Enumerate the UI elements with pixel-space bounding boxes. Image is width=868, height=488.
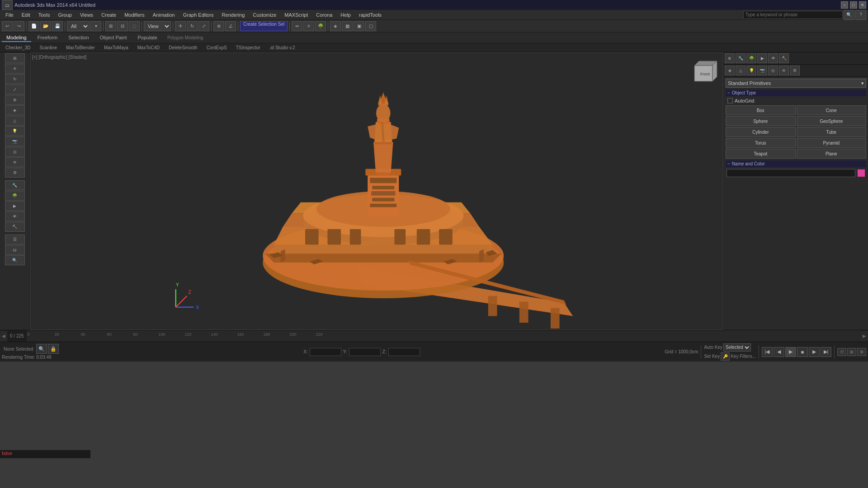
scene-explorer-btn[interactable]: 🗂 [5, 245, 25, 255]
menu-help[interactable]: Help [337, 11, 354, 19]
modify-panel-icon[interactable]: 🔧 [736, 53, 745, 63]
modifier-btn[interactable]: 🔧 [5, 180, 25, 190]
menu-views[interactable]: Views [76, 11, 97, 19]
plugin-maxblender[interactable]: MaxToBlender [62, 45, 99, 51]
plugin-idstudio[interactable]: .id Studio v.2 [266, 45, 299, 51]
snap-icon[interactable]: ⊕ [213, 21, 224, 31]
plugin-contexps[interactable]: ContExpS [203, 45, 231, 51]
name-color-header[interactable]: − Name and Color [726, 160, 866, 167]
x-coord-input[interactable] [310, 348, 341, 356]
menu-file[interactable]: File [2, 11, 17, 19]
viewport-config-btn[interactable]: ⊞ [847, 348, 856, 356]
create-selection-button[interactable]: Create Selection Sel [240, 21, 288, 31]
layer-btn[interactable]: ☰ [5, 235, 25, 244]
menu-edit[interactable]: Edit [18, 11, 34, 19]
prim-cylinder[interactable]: Cylinder [726, 127, 796, 137]
menu-tools[interactable]: Tools [35, 11, 54, 19]
prim-cone[interactable]: Cone [797, 105, 867, 115]
systems-sub-icon[interactable]: ⚙ [790, 66, 800, 75]
select-filter-btn[interactable]: 🔍 [36, 344, 47, 354]
prev-key-btn[interactable]: ◀ [774, 347, 784, 357]
next-frame-btn[interactable]: ▶| [821, 347, 831, 357]
play-btn[interactable]: ▶ [785, 347, 796, 357]
plugin-checker3d[interactable]: Checker_3D [2, 45, 34, 51]
prim-geosphere[interactable]: GeoSphere [797, 116, 867, 126]
tab-freeform[interactable]: Freeform [33, 34, 62, 42]
render3-icon[interactable]: ▢ [365, 21, 376, 31]
z-coord-input[interactable] [388, 348, 420, 356]
autogrid-checkbox[interactable] [727, 98, 733, 103]
open-icon[interactable]: 📂 [40, 21, 51, 31]
geometry-btn[interactable]: ◈ [5, 105, 25, 115]
prim-plane[interactable]: Plane [797, 149, 867, 159]
rotate-btn[interactable]: ↻ [5, 74, 25, 84]
y-coord-input[interactable] [349, 348, 381, 356]
cameras-sub-icon[interactable]: 📷 [757, 66, 767, 75]
filter-dropdown[interactable]: All [67, 21, 90, 31]
timeline-next-button[interactable]: ▶ [861, 331, 868, 342]
plugin-scanline[interactable]: Scanline [36, 45, 61, 51]
save-icon[interactable]: 💾 [52, 21, 63, 31]
mirror-icon[interactable]: ⇔ [292, 21, 302, 31]
timeline-prev-button[interactable]: ◀ [0, 331, 7, 342]
object-type-header[interactable]: − Object Type [726, 89, 866, 96]
plugin-tsinspector[interactable]: TSInspector [232, 45, 264, 51]
scale-icon[interactable]: ⤢ [198, 21, 209, 31]
tab-modeling[interactable]: Modeling [2, 34, 31, 42]
material-icon[interactable]: ◈ [330, 21, 341, 31]
next-key-btn[interactable]: ▶ [809, 347, 820, 357]
view-dropdown[interactable]: View [144, 21, 171, 31]
std-primitives-dropdown[interactable]: Standard Primitives ▾ [726, 79, 866, 88]
prim-pyramid[interactable]: Pyramid [797, 138, 867, 148]
menu-rendering[interactable]: Rendering [218, 11, 249, 19]
key-filters-btn[interactable]: 🔑 [721, 352, 730, 361]
menu-rapidtools[interactable]: rapidTools [355, 11, 385, 19]
menu-maxscript[interactable]: MAXScript [281, 11, 311, 19]
shapes-btn[interactable]: △ [5, 116, 25, 126]
utilities-btn[interactable]: 🔨 [5, 222, 25, 232]
menu-group[interactable]: Group [54, 11, 75, 19]
plugin-maxmaya[interactable]: MaxToMaya [100, 45, 132, 51]
placement-btn[interactable]: ⊕ [5, 95, 25, 105]
hierarchy-panel-icon[interactable]: 🌳 [746, 53, 756, 63]
help-icon[interactable]: ? [855, 10, 866, 20]
search-icon[interactable]: 🔍 [844, 10, 854, 20]
select-filter-icon[interactable]: ▾ [90, 21, 101, 31]
hierarchy-icon[interactable]: 🌳 [315, 21, 326, 31]
settings-btn[interactable]: ⚙ [857, 348, 866, 356]
time-config-btn[interactable]: ⏱ [837, 348, 846, 356]
prim-box[interactable]: Box [726, 105, 796, 115]
lock-btn[interactable]: 🔒 [48, 344, 59, 354]
stop-btn[interactable]: ■ [797, 347, 808, 357]
scale-btn[interactable]: ⤢ [5, 84, 25, 94]
viewport[interactable]: [+] [Orthographic] [Shaded] Front [30, 52, 723, 330]
plugin-deletesmooth[interactable]: DeleteSmooth [165, 45, 201, 51]
plugin-maxc4d[interactable]: MaxToC4D [134, 45, 163, 51]
helpers-btn[interactable]: ◎ [5, 147, 25, 157]
prim-tube[interactable]: Tube [797, 127, 867, 137]
systems-btn[interactable]: ⚙ [5, 168, 25, 178]
display-btn[interactable]: 👁 [5, 211, 25, 221]
hierarchy-btn[interactable]: 🌳 [5, 191, 25, 201]
search-input[interactable] [743, 11, 843, 19]
selected-dropdown[interactable]: Selected [723, 343, 751, 352]
region-icon[interactable]: ⊟ [117, 21, 128, 31]
menu-customize[interactable]: Customize [249, 11, 280, 19]
lights-sub-icon[interactable]: 💡 [746, 66, 756, 75]
minimize-button[interactable]: − [841, 1, 848, 9]
display-panel-icon[interactable]: 👁 [768, 53, 778, 63]
spacewarps-btn[interactable]: ≋ [5, 157, 25, 167]
render-icon[interactable]: ▦ [342, 21, 353, 31]
menu-create[interactable]: Create [98, 11, 120, 19]
lasso-icon[interactable]: ◌ [129, 21, 140, 31]
geometry-sub-icon[interactable]: ◈ [725, 66, 735, 75]
tab-object-paint[interactable]: Object Paint [95, 34, 132, 42]
spacewarps-sub-icon[interactable]: ≋ [779, 66, 789, 75]
cameras-btn[interactable]: 📷 [5, 136, 25, 146]
prev-frame-btn[interactable]: |◀ [762, 347, 773, 357]
menu-corona[interactable]: Corona [312, 11, 336, 19]
color-swatch[interactable] [857, 169, 865, 177]
tab-populate[interactable]: Populate [133, 34, 161, 42]
name-input[interactable] [726, 169, 855, 177]
motion-btn[interactable]: ▶ [5, 201, 25, 211]
